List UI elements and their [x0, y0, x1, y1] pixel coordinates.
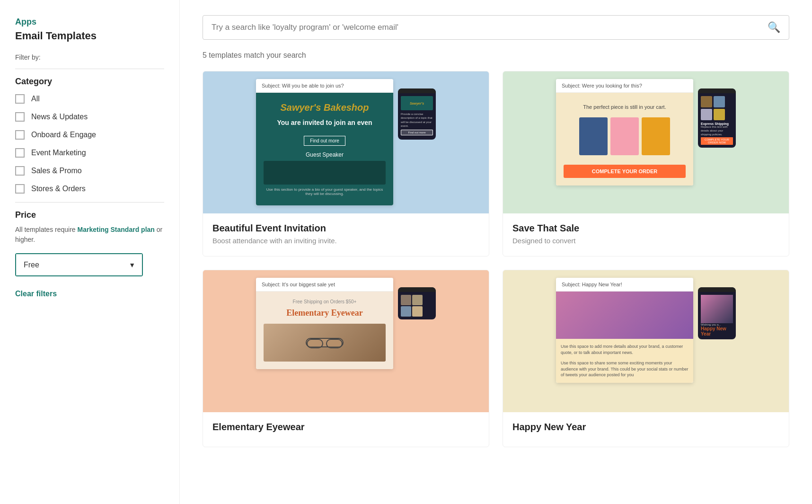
category-stores-label: Stores & Orders	[31, 185, 86, 193]
card4-woman-photo	[556, 292, 693, 339]
card1-speaker: Guest Speaker	[264, 151, 386, 158]
card3-mi-1	[401, 295, 411, 305]
mobile-preview-card3	[398, 287, 436, 319]
marketing-plan-link[interactable]: Marketing Standard plan	[78, 226, 155, 233]
card4-body-text: Use this space to add more details about…	[556, 339, 693, 360]
template-name-happy-new-year: Happy New Year	[512, 422, 779, 433]
template-info-elementary-eyewear: Elementary Eyewear	[203, 412, 489, 447]
price-select-wrapper[interactable]: Free All Paid ▼	[15, 253, 143, 276]
price-desc-before: All templates require	[15, 226, 78, 233]
desktop-preview-card2: Subject: Were you looking for this? The …	[556, 79, 693, 186]
card3-brand: Elementary Eyewear	[264, 308, 386, 318]
price-select[interactable]: Free All Paid	[16, 254, 142, 275]
card1-mobile-text: Provide a concise description of a topic…	[401, 112, 433, 128]
divider-middle	[15, 202, 164, 203]
card2-mp-1	[701, 96, 712, 107]
desktop-preview-card1: Subject: Will you be able to join us? Sa…	[256, 79, 393, 205]
category-onboard-label: Onboard & Engage	[31, 131, 96, 139]
template-name-beautiful-event: Beautiful Event Invitation	[212, 223, 479, 234]
card3-glasses-image	[264, 324, 386, 362]
template-preview-elementary-eyewear: Subject: It's our biggest sale yet Free …	[203, 270, 489, 412]
template-desc-save-that-sale: Designed to convert	[512, 237, 779, 245]
page-title: Email Templates	[15, 30, 164, 42]
card2-product-2	[610, 117, 639, 155]
checkbox-all[interactable]	[15, 94, 25, 104]
card2-cta: COMPLETE YOUR ORDER	[564, 165, 686, 178]
template-info-beautiful-event: Beautiful Event Invitation Boost attenda…	[203, 213, 489, 256]
card1-invite: You are invited to join an even	[264, 119, 386, 126]
template-card-beautiful-event[interactable]: Subject: Will you be able to join us? Sa…	[203, 71, 489, 256]
card2-mobile-cta: COMPLETE YOUR ORDER NOW	[701, 137, 733, 145]
template-preview-beautiful-event: Subject: Will you be able to join us? Sa…	[203, 71, 489, 213]
template-grid: Subject: Will you be able to join us? Sa…	[203, 71, 789, 447]
card1-body: Sawyer's Bakeshop You are invited to joi…	[256, 93, 393, 205]
template-card-save-that-sale[interactable]: Subject: Were you looking for this? The …	[503, 71, 789, 256]
card2-mp-2	[714, 96, 725, 107]
card2-shipping-desc: Replace this text with details about you…	[701, 125, 733, 136]
card2-mp-3	[701, 109, 712, 120]
card1-brand: Sawyer's Bakeshop	[264, 102, 386, 113]
category-title: Category	[15, 77, 164, 87]
template-info-happy-new-year: Happy New Year	[503, 412, 789, 447]
checkbox-news[interactable]	[15, 112, 25, 122]
apps-link[interactable]: Apps	[15, 17, 164, 27]
card1-bio-text: Use this section to provide a bio of you…	[264, 187, 386, 196]
category-news[interactable]: News & Updates	[15, 112, 164, 122]
card1-speaker-img	[264, 161, 386, 185]
card4-body: Use this space to add more details about…	[556, 292, 693, 383]
card4-year-text: Year	[701, 331, 733, 336]
card2-subject-line: Subject: Were you looking for this?	[556, 79, 693, 93]
clear-filters-button[interactable]: Clear filters	[15, 290, 57, 298]
find-out-more-btn[interactable]: Find out more	[304, 136, 345, 146]
checkbox-onboard[interactable]	[15, 130, 25, 140]
template-preview-happy-new-year: Subject: Happy New Year! Use this space …	[503, 270, 789, 412]
checkbox-event[interactable]	[15, 148, 25, 158]
divider-top	[15, 69, 164, 69]
mobile-preview-card4: Wishing you a... Happy New Year	[698, 287, 736, 339]
template-info-save-that-sale: Save That Sale Designed to convert	[503, 213, 789, 256]
template-preview-save-that-sale: Subject: Were you looking for this? The …	[503, 71, 789, 213]
template-name-save-that-sale: Save That Sale	[512, 223, 779, 234]
template-card-happy-new-year[interactable]: Subject: Happy New Year! Use this space …	[503, 270, 789, 447]
category-event[interactable]: Event Marketing	[15, 148, 164, 158]
card3-mi-4	[412, 306, 423, 317]
card3-shipping-text: Free Shipping on Orders $50+	[264, 299, 386, 304]
category-onboard[interactable]: Onboard & Engage	[15, 130, 164, 140]
sidebar: Apps Email Templates Filter by: Category…	[0, 0, 180, 504]
price-section: Price All templates require Marketing St…	[15, 210, 164, 276]
card4-body-text2: Use this space to share some some exciti…	[556, 360, 693, 383]
category-news-label: News & Updates	[31, 113, 88, 121]
card4-subject-line: Subject: Happy New Year!	[556, 278, 693, 292]
checkbox-stores[interactable]	[15, 184, 25, 194]
mobile-preview-card2: Express Shipping Replace this text with …	[698, 88, 736, 148]
card2-shipping-label: Express Shipping	[701, 122, 733, 125]
filter-by-label: Filter by:	[15, 53, 164, 61]
card3-mi-3	[401, 306, 411, 317]
card2-body: The perfect piece is still in your cart.…	[556, 93, 693, 186]
category-event-label: Event Marketing	[31, 149, 86, 157]
card1-mobile-cta: Find out more	[401, 130, 433, 135]
template-card-elementary-eyewear[interactable]: Subject: It's our biggest sale yet Free …	[203, 270, 489, 447]
category-sales-label: Sales & Promo	[31, 167, 82, 175]
category-sales[interactable]: Sales & Promo	[15, 166, 164, 176]
checkbox-sales[interactable]	[15, 166, 25, 176]
category-all-label: All	[31, 95, 40, 103]
search-bar[interactable]: 🔍	[203, 15, 789, 40]
mobile-preview-card1: Sawyer's Provide a concise description o…	[398, 88, 436, 140]
category-all[interactable]: All	[15, 94, 164, 104]
template-desc-beautiful-event: Boost attendance with an inviting invite…	[212, 237, 479, 245]
card4-left-col: Use this space to add more details about…	[556, 292, 693, 383]
price-title: Price	[15, 210, 164, 220]
search-icon[interactable]: 🔍	[768, 21, 780, 34]
card4-hny-text: Happy New	[701, 326, 733, 331]
card2-product-3	[642, 117, 670, 155]
search-input[interactable]	[212, 23, 768, 32]
category-stores[interactable]: Stores & Orders	[15, 184, 164, 194]
card3-mi-2	[412, 295, 423, 305]
card4-mobile-woman	[701, 295, 733, 323]
card2-mp-4	[714, 109, 725, 120]
main-content: 🔍 5 templates match your search Subject:…	[180, 0, 812, 504]
desktop-preview-card4: Subject: Happy New Year! Use this space …	[556, 278, 693, 383]
desktop-preview-card3: Subject: It's our biggest sale yet Free …	[256, 278, 393, 369]
price-description: All templates require Marketing Standard…	[15, 225, 164, 245]
